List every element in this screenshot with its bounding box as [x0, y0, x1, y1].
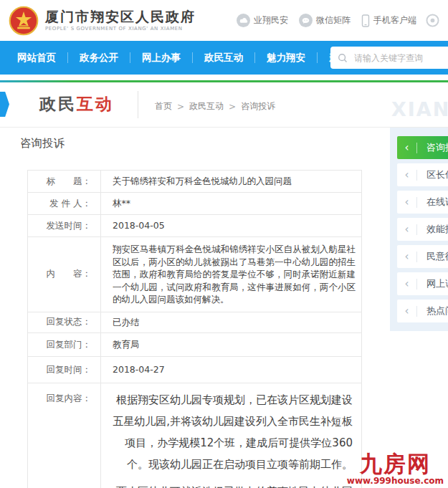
sidebar-item-online-interview[interactable]: ‹ 在线访 [397, 191, 448, 214]
field-label: 回复部门： [28, 333, 101, 356]
field-value: 2018-04-27 [101, 357, 361, 383]
main-nav: 网站首页 政务公开 网上办事 政民互动 魅力翔安 新技术应用 [0, 41, 448, 75]
table-row-reply-time: 回复时间： 2018-04-27 [28, 357, 361, 383]
site-title-block: 厦门市翔安区人民政府 PEOPLE' S GOVERNMENT OF XIANG… [45, 9, 196, 32]
sidebar-item-divider [416, 224, 417, 235]
banner-divider [138, 91, 138, 118]
field-value: 关于锦绣祥安和万科金色悦城幼儿的入园问题 [101, 171, 361, 192]
chevron-left-icon: ‹ [397, 197, 416, 208]
wechat-icon [299, 14, 313, 27]
table-row-content: 内 容： 翔安区马巷镇万科金色悦城和锦绣祥安小区自从被划入舫星社区以后，两小区的… [28, 237, 361, 312]
link-mobile-client[interactable]: 手机客户端 [361, 14, 416, 27]
background-watermark-text: XIANGAN [391, 98, 448, 120]
field-label: 回复状态： [28, 312, 101, 333]
breadcrumb-interaction[interactable]: 政民互动 [189, 100, 224, 113]
chevron-left-icon: ‹ [397, 252, 416, 262]
national-emblem-logo [9, 6, 39, 36]
table-row-send-time: 发送时间： 2018-04-05 [28, 215, 361, 237]
nav-item-online-service[interactable]: 网上办事 [130, 52, 192, 64]
section-banner: 政民互动 首页 > 政民互动 > 咨询投诉 XIANGAN [0, 82, 448, 128]
breadcrumb-home[interactable]: 首页 [155, 100, 172, 113]
breadcrumb-separator: > [177, 102, 184, 112]
link-label: 业翔民安 [254, 14, 288, 27]
eye-icon[interactable] [426, 14, 439, 27]
site-header: 厦门市翔安区人民政府 PEOPLE' S GOVERNMENT OF XIANG… [0, 0, 448, 41]
field-value: 2018-04-05 [101, 215, 361, 236]
sidebar-item-label: 网上调 [426, 277, 448, 290]
sidebar-item-divider [416, 306, 417, 317]
sidebar-item-divider [416, 143, 417, 153]
sidebar-item-divider [416, 197, 417, 208]
header-links: 业翔民安 微信矩阵 手机客户端 [226, 14, 439, 27]
field-label: 标 题： [28, 171, 101, 192]
nav-item-gov-info[interactable]: 政务公开 [68, 52, 130, 64]
field-label: 内 容： [28, 237, 101, 312]
search-box[interactable] [330, 47, 448, 69]
chevron-left-icon: ‹ [397, 143, 416, 153]
site-subtitle: PEOPLE' S GOVERNMENT OF XIANG' AN XIAMEN [45, 26, 196, 32]
nav-item-interaction[interactable]: 政民互动 [193, 52, 254, 64]
search-input[interactable] [353, 52, 440, 64]
sidebar-item-label: 咨询投 [426, 141, 448, 154]
breadcrumb-separator: > [229, 102, 236, 112]
sidebar-item-label: 区长信 [426, 168, 448, 181]
detail-table: 标 题： 关于锦绣祥安和万科金色悦城幼儿的入园问题 发 件 人： 林** 发送时… [27, 170, 362, 488]
field-value: 林** [101, 193, 361, 214]
link-yexiangminan[interactable]: 业翔民安 [237, 14, 288, 27]
field-value: 教育局 [101, 333, 361, 356]
sidebar-item-divider [416, 252, 417, 262]
chevron-left-icon: ‹ [397, 279, 416, 290]
jiufang-watermark: 九房网 www.999house.com [347, 453, 444, 486]
chevron-left-icon: ‹ [397, 170, 416, 181]
sidebar-item-public-opinion[interactable]: ‹ 民意征 [397, 245, 448, 268]
sidebar-item-label: 在线访 [426, 196, 448, 209]
sidebar-item-online-survey[interactable]: ‹ 网上调 [397, 272, 448, 295]
table-row-title: 标 题： 关于锦绣祥安和万科金色悦城幼儿的入园问题 [28, 171, 361, 193]
sidebar-item-label: 热点问 [426, 305, 448, 317]
page-title: 政民互动 [39, 93, 114, 115]
site-title: 厦门市翔安区人民政府 [45, 9, 196, 24]
sidebar-panel: ‹ 咨询投 ‹ 区长信 ‹ 在线访 ‹ 效能投 ‹ 民意征 ‹ 网上调 [390, 128, 448, 331]
field-value: 翔安区马巷镇万科金色悦城和锦绣祥安小区自从被划入舫星社区以后，两小区的幼儿就被踢… [101, 237, 361, 312]
link-label: 手机客户端 [373, 14, 416, 27]
search-icon[interactable] [338, 53, 348, 63]
jiufang-url: www.999house.com [347, 476, 444, 486]
reply-content: 根据翔安区幼儿园专项规划，已在该片区规划建设五星幼儿园,并将该幼儿园建设列入全市… [101, 383, 361, 488]
field-label: 发送时间： [28, 215, 101, 236]
field-label: 发 件 人： [28, 193, 101, 214]
table-row-reply-dept: 回复部门： 教育局 [28, 333, 361, 357]
breadcrumb-current: 咨询投诉 [241, 100, 275, 113]
nav-item-charm-xiangan[interactable]: 魅力翔安 [255, 52, 317, 64]
table-row-sender: 发 件 人： 林** [28, 193, 361, 215]
nav-item-home[interactable]: 网站首页 [6, 52, 67, 64]
content-area: 咨询投诉 标 题： 关于锦绣祥安和万科金色悦城幼儿的入园问题 发 件 人： 林*… [0, 128, 448, 488]
table-row-reply-content: 回复内容： 根据翔安区幼儿园专项规划，已在该片区规划建设五星幼儿园,并将该幼儿园… [28, 383, 361, 488]
page-title-black: 政民 [39, 95, 77, 113]
field-label: 回复内容： [28, 383, 101, 488]
link-wechat-matrix[interactable]: 微信矩阵 [299, 14, 351, 27]
cloud-icon [237, 14, 250, 27]
jiufang-logo-text: 九房网 [347, 453, 444, 475]
field-value: 已办结 [101, 312, 361, 333]
chevron-left-icon: ‹ [397, 224, 416, 235]
sidebar-item-label: 民意征 [426, 250, 448, 263]
sidebar-item-efficiency-complaint[interactable]: ‹ 效能投 [397, 218, 448, 241]
reply-paragraph: 两小区幼儿可就近选择已批办的普惠性民办幼儿园就读。 [113, 481, 353, 488]
sidebar-item-hot-topics[interactable]: ‹ 热点问 [397, 300, 448, 322]
sidebar-item-divider [416, 170, 417, 181]
mobile-icon [361, 14, 370, 27]
reply-paragraph: 根据翔安区幼儿园专项规划，已在该片区规划建设五星幼儿园,并将该幼儿园建设列入全市… [113, 389, 353, 475]
page-title-red: 互动 [77, 95, 114, 113]
breadcrumb: 首页 > 政民互动 > 咨询投诉 [155, 100, 275, 113]
site-brand: 厦门市翔安区人民政府 PEOPLE' S GOVERNMENT OF XIANG… [9, 6, 196, 36]
sidebar-item-label: 效能投 [426, 223, 448, 236]
sidebar-item-divider [416, 279, 417, 290]
table-row-reply-status: 回复状态： 已办结 [28, 312, 361, 334]
chevron-left-icon: ‹ [397, 306, 416, 317]
sidebar-item-mayor-mailbox[interactable]: ‹ 区长信 [397, 163, 448, 186]
field-label: 回复时间： [28, 357, 101, 383]
arrow-right-icon [0, 92, 9, 117]
sidebar-item-consult-complaint[interactable]: ‹ 咨询投 [397, 136, 448, 159]
link-label: 微信矩阵 [316, 14, 351, 27]
section-title: 咨询投诉 [20, 136, 65, 151]
